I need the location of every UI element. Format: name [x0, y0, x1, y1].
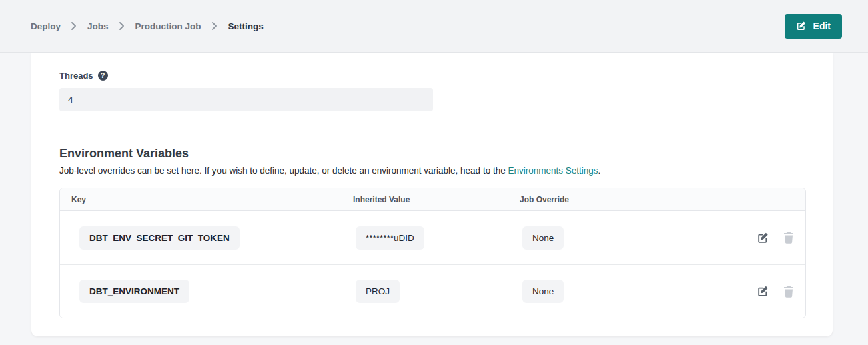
trash-icon	[783, 286, 794, 298]
table-row: DBT_ENV_SECRET_GIT_TOKEN ********uDID No…	[60, 211, 805, 264]
env-var-key-chip: DBT_ENV_SECRET_GIT_TOKEN	[79, 226, 240, 250]
column-header-job-override: Job Override	[520, 195, 733, 204]
env-var-key-chip: DBT_ENVIRONMENT	[79, 280, 189, 303]
question-circle-icon[interactable]: ?	[98, 71, 108, 81]
threads-field-group: Threads ?	[59, 71, 805, 111]
table-row: DBT_ENVIRONMENT PROJ None	[60, 264, 805, 318]
delete-row-button	[783, 286, 794, 298]
breadcrumb-item-jobs[interactable]: Jobs	[87, 21, 109, 31]
chevron-right-icon	[212, 22, 218, 30]
top-bar: Deploy Jobs Production Job Settings Edit	[0, 0, 868, 53]
chevron-right-icon	[71, 22, 77, 30]
edit-button-label: Edit	[813, 21, 831, 31]
env-vars-table: Key Inherited Value Job Override DBT_ENV…	[59, 188, 806, 318]
job-override-chip: None	[522, 226, 564, 250]
breadcrumb-item-production-job[interactable]: Production Job	[135, 21, 201, 31]
description-period: .	[598, 165, 601, 176]
edit-row-button[interactable]	[757, 285, 769, 298]
table-header-row: Key Inherited Value Job Override	[60, 188, 805, 211]
inherited-value-chip: ********uDID	[356, 226, 424, 250]
section-title: Environment Variables	[59, 147, 805, 161]
threads-label: Threads	[59, 71, 93, 81]
section-description: Job-level overrides can be set here. If …	[59, 165, 805, 176]
column-header-key: Key	[71, 195, 353, 204]
edit-button[interactable]: Edit	[785, 14, 842, 39]
trash-icon	[783, 232, 794, 244]
description-text: Job-level overrides can be set here. If …	[59, 165, 508, 176]
pencil-square-icon	[757, 232, 769, 244]
job-override-chip: None	[522, 280, 564, 303]
chevron-right-icon	[119, 22, 125, 30]
pencil-square-icon	[757, 285, 769, 298]
edit-row-button[interactable]	[757, 232, 769, 244]
breadcrumb-item-deploy[interactable]: Deploy	[31, 21, 61, 31]
pencil-square-icon	[796, 21, 807, 31]
environment-variables-section: Environment Variables Job-level override…	[59, 147, 805, 318]
threads-input	[59, 88, 433, 111]
column-header-inherited-value: Inherited Value	[353, 195, 520, 204]
settings-card: Threads ? Environment Variables Job-leve…	[31, 53, 833, 337]
breadcrumb: Deploy Jobs Production Job Settings	[31, 21, 264, 31]
breadcrumb-item-settings: Settings	[228, 21, 264, 31]
environments-settings-link[interactable]: Environments Settings	[508, 165, 598, 176]
delete-row-button	[783, 232, 794, 244]
inherited-value-chip: PROJ	[356, 280, 400, 303]
